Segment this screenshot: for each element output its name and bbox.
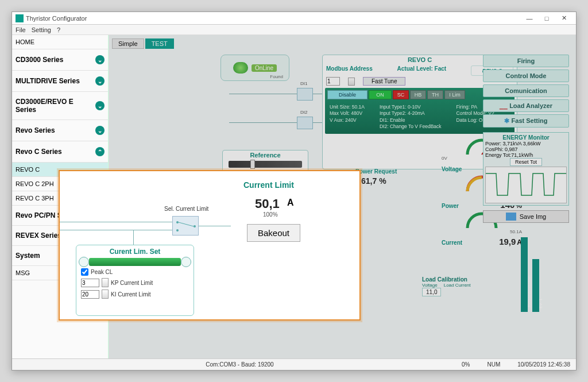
status-bar: Com:COM3 - Baud: 19200 0% NUM 10/05/2019… [12, 358, 576, 370]
power-request-value: 61,7 % [361, 176, 386, 186]
app-icon [16, 14, 24, 22]
status-com: Com:COM3 - Baud: 19200 [35, 361, 444, 368]
wire [229, 94, 297, 94]
control-mode-button[interactable]: Control Mode [483, 70, 569, 82]
fast-setting-button[interactable]: ✱ Fast Setting [483, 114, 569, 128]
tab-test[interactable]: TEST [145, 38, 174, 49]
led-disable[interactable]: Disable [327, 90, 368, 99]
sidebar-home[interactable]: HOME [12, 35, 108, 49]
led-th: TH [427, 90, 443, 99]
communication-button[interactable]: Comunication [483, 84, 569, 97]
window-title: Thyristor Configurator [26, 15, 87, 22]
status-pct: 0% [462, 361, 470, 368]
bakeout-button[interactable]: Bakeout [247, 224, 300, 242]
energy-graph [485, 167, 567, 203]
current-limit-title: Current Limit [243, 180, 294, 190]
chevron-down-icon: ⌄ [95, 101, 105, 110]
chevron-down-icon: ⌄ [95, 76, 105, 86]
actual-level: Actual Level: Fact [397, 65, 447, 76]
online-found: Found [270, 74, 283, 79]
energy-monitor: ENERGY Monitor Power: 3,71kVA 3,66kW Cos… [483, 132, 569, 206]
sel-current-limit-label: Sel. Current Limit [164, 206, 208, 212]
kp-current-limit-input[interactable] [81, 279, 99, 287]
stepper-icon[interactable] [102, 290, 109, 299]
sidebar-item-multidrive[interactable]: MULTIDRIVE Series⌄ [12, 71, 108, 92]
current-limit-popup: Sel. Current Limit Current Limit 50,1 A … [59, 170, 361, 321]
stepper-up-down-icon[interactable] [348, 78, 355, 86]
svg-point-2 [176, 229, 179, 231]
ev1-label: Ev. 1 [538, 298, 543, 308]
window-maximize[interactable]: □ [538, 13, 555, 24]
wire [60, 222, 172, 222]
led-hb: HB [410, 90, 426, 99]
modbus-address-label: Modbus Address [326, 65, 373, 76]
chevron-up-icon: ⌃ [95, 147, 105, 156]
wire [133, 230, 134, 246]
di2-label: DI2 [300, 110, 307, 115]
reset-tot-button[interactable]: Reset Tot [510, 158, 542, 166]
menu-help[interactable]: ? [57, 26, 60, 33]
chevron-down-icon: ⌄ [95, 55, 105, 64]
menu-setting[interactable]: Setting [32, 26, 51, 33]
save-img-button[interactable]: Save Img [483, 210, 569, 223]
led-on: ON [369, 90, 392, 99]
stepper-icon[interactable] [102, 278, 109, 287]
window-minimize[interactable]: — [521, 13, 538, 24]
menu-file[interactable]: File [16, 26, 26, 33]
led-sc: SC [393, 90, 409, 99]
ki-current-limit-input[interactable] [81, 290, 99, 299]
clset-title: Curent Lim. Set [81, 248, 189, 256]
load-current-value[interactable]: 11,0 [422, 288, 441, 296]
retransmission-label: Retransmission [527, 276, 532, 307]
fast-tune-button[interactable]: Fast Tune [363, 77, 405, 86]
power-request-label: Power Request [355, 168, 397, 175]
load-analyzer-button[interactable]: ⎯⎯ Load Analyzer [483, 99, 569, 112]
di1-label: DI1 [300, 81, 307, 86]
status-datetime: 10/05/2019 12:45:38 [517, 361, 570, 368]
load-calibration: Load Calibration Voltage Load Current 11… [422, 276, 471, 296]
di1-switch[interactable] [297, 88, 313, 101]
kp-label: KP Current Limit [111, 280, 153, 286]
ki-label: KI Current Limit [111, 291, 150, 298]
svg-point-3 [194, 225, 196, 227]
modbus-address-input[interactable] [326, 77, 340, 86]
sidebar-item-revoc[interactable]: Revo C Series⌃ [12, 141, 108, 163]
svg-point-1 [176, 221, 179, 223]
led-ilim: I Lim [444, 90, 465, 99]
energy-tot: Energy Tot:71,1kW/h [485, 152, 567, 158]
status-num: NUM [487, 361, 500, 368]
image-icon [506, 213, 516, 221]
reference-slider[interactable] [229, 161, 302, 168]
sel-current-limit-switch[interactable] [172, 216, 199, 236]
firing-button[interactable]: Firing [483, 55, 569, 67]
chevron-down-icon: ⌄ [95, 126, 105, 135]
svg-line-4 [179, 222, 194, 226]
wire [60, 230, 172, 230]
current-limit-pct: 100% [263, 211, 278, 218]
current-limit-unit: A [287, 198, 294, 208]
online-status: OnLine Found [220, 55, 289, 81]
sidebar-item-revo[interactable]: Revo Series⌄ [12, 120, 108, 141]
sidebar-item-cd3000e[interactable]: CD3000E/REVO E Series⌄ [12, 92, 108, 120]
current-limit-set-panel: Curent Lim. Set Peak CL KP Current Limit… [76, 245, 194, 316]
reference-title: Reference [223, 151, 308, 160]
energy-cosphi: CosPhi: 0,987 [485, 146, 567, 152]
clset-slider[interactable] [89, 258, 181, 266]
current-limit-value: 50,1 [255, 196, 280, 211]
energy-power: Power: 3,71kVA 3,66kW [485, 141, 567, 146]
wire [229, 122, 297, 123]
online-badge: OnLine [252, 64, 277, 72]
info-col1: Unit Size: 50.1AMax Volt: 480VV Aux: 240… [330, 104, 365, 130]
window-close[interactable]: ✕ [555, 13, 572, 24]
peak-cl-checkbox[interactable]: Peak CL [81, 268, 189, 276]
tab-simple[interactable]: Simple [112, 38, 144, 49]
di2-switch[interactable] [297, 117, 313, 129]
wire [199, 226, 231, 226]
online-lamp-icon [233, 62, 248, 74]
info-col2: Input Type1: 0-10VInput Type2: 4-20mADI1… [380, 104, 442, 130]
sidebar-item-cd3000[interactable]: CD3000 Series⌄ [12, 49, 108, 71]
slider-knob[interactable] [250, 160, 255, 169]
